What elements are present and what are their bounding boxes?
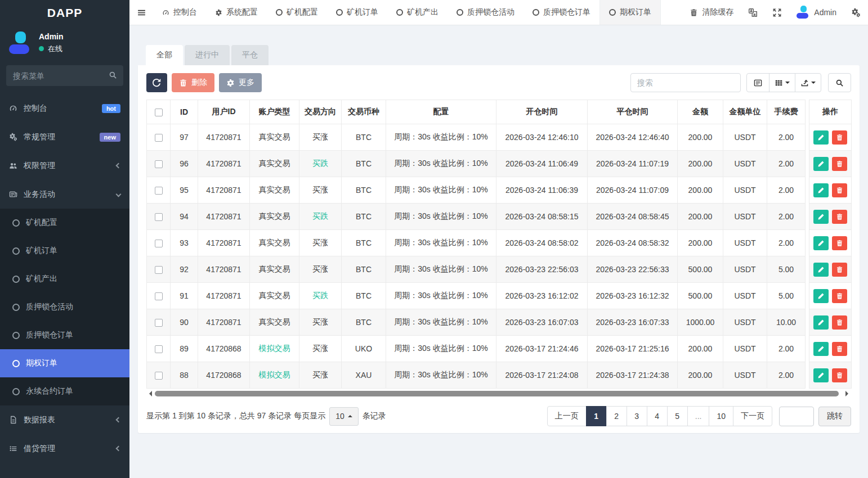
row-checkbox[interactable] — [155, 345, 163, 353]
sidebar-item-label: 业务活动 — [24, 190, 55, 200]
filter-tab-0[interactable]: 全部 — [146, 45, 183, 65]
row-checkbox[interactable] — [155, 134, 163, 142]
sidebar-item-2[interactable]: 权限管理 — [0, 151, 129, 180]
edit-button[interactable] — [813, 157, 829, 171]
delete-row-button[interactable] — [832, 130, 847, 145]
edit-button[interactable] — [813, 289, 829, 303]
sidebar-subitem-5[interactable]: 期权订单 — [0, 349, 129, 377]
sidebar-search-input[interactable] — [6, 65, 123, 86]
row-checkbox[interactable] — [155, 240, 163, 247]
delete-row-button[interactable] — [832, 236, 847, 250]
sidebar-item-3[interactable]: 业务活动 — [0, 180, 129, 209]
pencil-icon — [817, 187, 825, 194]
sidebar-subitem-2[interactable]: 矿机产出 — [0, 265, 129, 293]
page-size-value: 10 — [335, 412, 344, 421]
topbar-tab-0[interactable]: 控制台 — [153, 0, 206, 25]
fullscreen-icon — [772, 8, 782, 17]
more-button[interactable]: 更多 — [219, 73, 262, 92]
jump-page-input[interactable] — [779, 407, 814, 426]
cell-account-type: 模拟交易 — [250, 336, 299, 362]
filter-tab-1[interactable]: 进行中 — [185, 45, 230, 65]
delete-row-button[interactable] — [832, 157, 847, 171]
sidebar-subitem-0[interactable]: 矿机配置 — [0, 209, 129, 237]
delete-row-button[interactable] — [832, 183, 847, 197]
cell-fee: 2.00 — [767, 151, 806, 177]
row-checkbox[interactable] — [155, 160, 163, 168]
sidebar-toggle-button[interactable] — [129, 0, 153, 25]
sidebar-item-5[interactable]: 借贷管理 — [0, 434, 129, 463]
clear-cache-button[interactable]: 清除缓存 — [682, 0, 741, 25]
delete-row-button[interactable] — [832, 342, 847, 356]
sidebar-item-0[interactable]: 控制台hot — [0, 94, 129, 123]
row-checkbox[interactable] — [155, 213, 163, 221]
topbar-tab-7[interactable]: 期权订单 — [599, 0, 661, 25]
scroll-left-icon[interactable] — [146, 391, 152, 396]
profile-menu[interactable]: Admin — [789, 0, 844, 25]
scroll-right-icon[interactable] — [845, 391, 851, 396]
page-button-...[interactable]: ... — [687, 406, 710, 426]
row-checkbox[interactable] — [155, 187, 163, 195]
translate-button[interactable] — [741, 0, 765, 25]
row-checkbox[interactable] — [155, 266, 163, 274]
sidebar-item-4[interactable]: 数据报表 — [0, 405, 129, 434]
edit-button[interactable] — [813, 315, 829, 330]
delete-row-button[interactable] — [832, 289, 847, 303]
filter-tab-2[interactable]: 平仓 — [231, 45, 269, 65]
topbar-tab-5[interactable]: 质押锁仓活动 — [448, 0, 524, 25]
avatar — [9, 31, 32, 54]
sidebar-subitem-4[interactable]: 质押锁仓订单 — [0, 321, 129, 349]
sidebar-item-1[interactable]: 常规管理new — [0, 123, 129, 151]
prev-page-button[interactable]: 上一页 — [547, 406, 587, 426]
delete-row-button[interactable] — [832, 210, 847, 224]
trash-icon — [836, 213, 843, 220]
scrollbar-track[interactable] — [153, 391, 844, 396]
page-button-10[interactable]: 10 — [709, 406, 733, 426]
row-checkbox[interactable] — [155, 372, 163, 380]
row-checkbox[interactable] — [155, 292, 163, 300]
sidebar-subitem-1[interactable]: 矿机订单 — [0, 237, 129, 265]
topbar-tab-2[interactable]: 矿机配置 — [267, 0, 327, 25]
topbar-tab-1[interactable]: 系统配置 — [206, 0, 267, 25]
cell-fee: 2.00 — [767, 204, 806, 230]
refresh-button[interactable] — [146, 73, 167, 92]
cell-user-id: 41720871 — [198, 283, 250, 309]
columns-button[interactable] — [769, 73, 795, 92]
topbar-tab-6[interactable]: 质押锁仓订单 — [524, 0, 599, 25]
topbar-tab-3[interactable]: 矿机订单 — [327, 0, 387, 25]
delete-row-button[interactable] — [832, 315, 847, 330]
page-button-2[interactable]: 2 — [606, 406, 627, 426]
edit-button[interactable] — [813, 263, 829, 277]
fullscreen-button[interactable] — [765, 0, 789, 25]
edit-button[interactable] — [813, 342, 829, 356]
cell-config: 周期：30s 收益比例：10% — [386, 283, 496, 309]
sidebar-subitem-3[interactable]: 质押锁仓活动 — [0, 293, 129, 321]
edit-button[interactable] — [813, 130, 829, 145]
delete-button[interactable]: 删除 — [172, 73, 214, 92]
jump-button[interactable]: 跳转 — [818, 407, 851, 426]
cell-direction: 买涨 — [299, 124, 342, 151]
edit-button[interactable] — [813, 210, 829, 224]
search-button[interactable] — [828, 73, 851, 92]
delete-row-button[interactable] — [832, 368, 847, 382]
detail-view-button[interactable] — [746, 73, 769, 92]
scrollbar-thumb[interactable] — [155, 391, 839, 396]
page-button-4[interactable]: 4 — [647, 406, 668, 426]
table-search-input[interactable] — [630, 73, 741, 92]
select-all-checkbox[interactable] — [155, 109, 163, 116]
next-page-button[interactable]: 下一页 — [733, 406, 772, 426]
topbar-tab-4[interactable]: 矿机产出 — [387, 0, 448, 25]
edit-button[interactable] — [813, 183, 829, 197]
page-button-1[interactable]: 1 — [586, 406, 607, 426]
page-button-3[interactable]: 3 — [627, 406, 647, 426]
sidebar-subitem-6[interactable]: 永续合约订单 — [0, 377, 129, 405]
page-size-dropdown[interactable]: 10 — [329, 407, 359, 426]
delete-row-button[interactable] — [832, 263, 847, 277]
settings-button[interactable] — [844, 0, 868, 25]
page-button-5[interactable]: 5 — [667, 406, 688, 426]
circle-icon — [396, 9, 403, 16]
edit-button[interactable] — [813, 236, 829, 250]
row-checkbox[interactable] — [155, 319, 163, 327]
export-button[interactable] — [795, 73, 821, 92]
cell-open-time: 2026-03-24 08:58:15 — [496, 204, 588, 230]
edit-button[interactable] — [813, 368, 829, 382]
